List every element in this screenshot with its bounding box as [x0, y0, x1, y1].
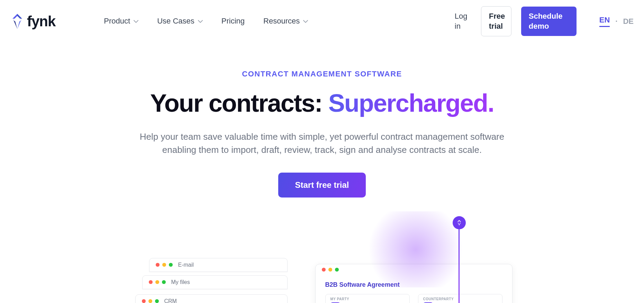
hero-headline-plain: Your contracts: [150, 89, 328, 117]
nav-use-cases[interactable]: Use Cases [157, 16, 203, 26]
hero-headline: Your contracts: Supercharged. [7, 89, 637, 117]
schedule-demo-button[interactable]: Schedule demo [521, 7, 577, 36]
login-link[interactable]: Log in [455, 11, 471, 31]
hero-subtitle: Help your team save valuable time with s… [128, 130, 516, 156]
window-myfiles-label: My files [171, 279, 190, 285]
counterparty-card: COUNTERPARTY [418, 294, 502, 303]
hero-illustration: E-mail My files CRM B [132, 218, 513, 303]
window-crm-label: CRM [164, 298, 177, 303]
window-email-label: E-mail [178, 262, 194, 268]
traffic-light-yellow-icon [148, 299, 152, 303]
header-actions: Log in Free trial Schedule demo [455, 6, 577, 36]
window-myfiles: My files [142, 275, 288, 289]
chevron-down-icon [198, 20, 203, 23]
lang-de[interactable]: DE [623, 17, 634, 26]
my-party-card: MY PARTY [325, 294, 410, 303]
traffic-light-green-icon [169, 263, 173, 267]
nav-resources-label: Resources [263, 16, 300, 26]
traffic-light-green-icon [335, 268, 339, 272]
traffic-light-yellow-icon [155, 280, 159, 284]
nav-pricing-label: Pricing [221, 16, 245, 26]
counterparty-label: COUNTERPARTY [423, 297, 497, 301]
nav-product-label: Product [104, 16, 130, 26]
contract-window: B2B Software Agreement MY PARTY COUNTERP… [315, 264, 513, 303]
primary-nav: Product Use Cases Pricing Resources [104, 16, 308, 26]
lang-separator: · [615, 17, 617, 26]
traffic-light-red-icon [142, 299, 146, 303]
fynk-icon [10, 13, 24, 30]
nav-product[interactable]: Product [104, 16, 138, 26]
traffic-light-yellow-icon [328, 268, 332, 272]
logo-link[interactable]: fynk [10, 13, 55, 30]
traffic-light-yellow-icon [162, 263, 166, 267]
traffic-light-red-icon [322, 268, 326, 272]
free-trial-button[interactable]: Free trial [481, 6, 511, 36]
hero-headline-accent: Supercharged. [328, 89, 494, 117]
window-crm: CRM [135, 294, 288, 303]
connector-line [459, 229, 460, 303]
hero-section: CONTRACT MANAGEMENT SOFTWARE Your contra… [0, 43, 644, 197]
chevron-down-icon [303, 20, 308, 23]
traffic-light-red-icon [149, 280, 153, 284]
traffic-light-green-icon [162, 280, 166, 284]
my-party-label: MY PARTY [330, 297, 405, 301]
nav-pricing[interactable]: Pricing [221, 16, 245, 26]
nav-resources[interactable]: Resources [263, 16, 308, 26]
start-free-trial-button[interactable]: Start free trial [278, 173, 365, 198]
fynk-node-icon [453, 216, 466, 229]
language-switcher: EN · DE [599, 16, 634, 27]
window-email: E-mail [149, 258, 288, 272]
logo-text: fynk [27, 13, 55, 30]
chevron-down-icon [134, 20, 138, 23]
traffic-light-red-icon [156, 263, 160, 267]
hero-eyebrow: CONTRACT MANAGEMENT SOFTWARE [7, 70, 637, 79]
nav-use-cases-label: Use Cases [157, 16, 194, 26]
site-header: fynk Product Use Cases Pricing Resources… [0, 0, 644, 43]
traffic-light-green-icon [155, 299, 159, 303]
document-title: B2B Software Agreement [325, 281, 502, 288]
lang-en[interactable]: EN [599, 16, 610, 27]
